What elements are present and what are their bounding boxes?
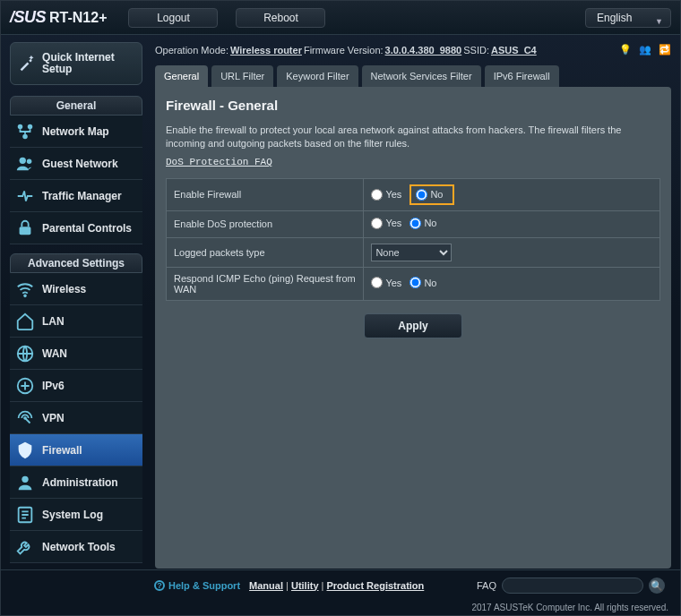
svg-point-10	[22, 475, 28, 482]
manual-link[interactable]: Manual	[249, 580, 283, 591]
copyright: 2017 ASUSTeK Computer Inc. All rights re…	[471, 603, 668, 612]
bulb-icon[interactable]: 💡	[619, 44, 632, 56]
icmp-no[interactable]: No	[409, 277, 436, 288]
utility-link[interactable]: Utility	[291, 580, 319, 591]
search-button[interactable]: 🔍	[649, 578, 665, 594]
lock-icon	[15, 218, 35, 238]
sidebar-item-label: VPN	[42, 412, 65, 424]
product-registration-link[interactable]: Product Registration	[327, 580, 425, 591]
wifi-icon	[15, 279, 35, 299]
row-label: Logged packets type	[167, 237, 364, 267]
qis-label: Quick Internet Setup	[42, 52, 134, 75]
enable-firewall-no[interactable]: No	[416, 189, 443, 201]
ipv6-icon	[15, 376, 35, 396]
ssid-link[interactable]: ASUS_C4	[491, 45, 537, 56]
enable-firewall-no-highlight: No	[409, 184, 454, 205]
sidebar-item-label: Network Map	[42, 125, 109, 138]
brand-logo: /SUS	[10, 8, 46, 27]
status-bar: Operation Mode: Wireless router Firmware…	[155, 42, 671, 65]
sidebar-item-label: Traffic Manager	[42, 190, 122, 202]
sidebar-item-label: Network Tools	[42, 541, 116, 553]
sidebar-item-label: LAN	[42, 315, 65, 328]
logged-packets-select[interactable]: None	[371, 244, 452, 261]
tools-icon	[15, 537, 35, 557]
row-icmp-echo: Respond ICMP Echo (ping) Request from WA…	[167, 267, 660, 300]
panel: Firewall - General Enable the firewall t…	[155, 87, 671, 569]
help-icon: ?	[154, 580, 165, 591]
apply-button[interactable]: Apply	[364, 313, 462, 338]
sidebar-item-label: Administration	[42, 476, 118, 489]
wand-icon	[18, 53, 37, 74]
sidebar-item-label: WAN	[42, 347, 67, 360]
reboot-button[interactable]: Reboot	[236, 8, 325, 28]
sidebar-item-wireless[interactable]: Wireless	[10, 273, 142, 305]
enable-dos-no[interactable]: No	[409, 218, 436, 229]
shield-icon	[15, 441, 35, 460]
ssid-label: SSID:	[463, 45, 489, 56]
traffic-icon	[15, 186, 35, 206]
tab-keyword-filter[interactable]: Keyword Filter	[277, 65, 358, 87]
users-icon[interactable]: 👥	[639, 44, 651, 56]
fw-link[interactable]: 3.0.0.4.380_9880	[385, 45, 462, 56]
row-label: Enable DoS protection	[167, 210, 364, 237]
sidebar-item-network-tools[interactable]: Network Tools	[10, 531, 142, 563]
sidebar-item-vpn[interactable]: VPN	[10, 402, 142, 434]
sidebar-item-wan[interactable]: WAN	[10, 338, 142, 370]
op-mode-link[interactable]: Wireless router	[230, 45, 302, 56]
sidebar-item-lan[interactable]: LAN	[10, 305, 142, 338]
content-area: Operation Mode: Wireless router Firmware…	[155, 42, 671, 569]
network-map-icon	[15, 122, 35, 141]
footer-links: Manual | Utility | Product Registration	[249, 580, 424, 591]
svg-point-2	[22, 133, 28, 139]
icmp-yes[interactable]: Yes	[371, 277, 401, 288]
sidebar-head-advanced: Advanced Settings	[10, 253, 142, 273]
enable-firewall-yes[interactable]: Yes	[371, 189, 401, 201]
sidebar-item-label: Firewall	[42, 444, 82, 457]
page-title: Firewall - General	[166, 98, 660, 113]
svg-point-1	[28, 124, 33, 129]
svg-rect-5	[20, 227, 31, 235]
svg-point-6	[24, 295, 26, 296]
row-logged-packets: Logged packets type None	[167, 237, 660, 267]
admin-icon	[15, 473, 35, 492]
page-desc: Enable the firewall to protect your loca…	[166, 124, 660, 151]
row-enable-firewall: Enable Firewall Yes No	[167, 178, 660, 210]
tab-row: General URL Filter Keyword Filter Networ…	[155, 65, 671, 87]
tab-network-services-filter[interactable]: Network Services Filter	[362, 65, 481, 87]
language-select[interactable]: English	[585, 8, 671, 28]
footer: ? Help & Support Manual | Utility | Prod…	[0, 569, 681, 595]
guest-icon	[15, 154, 35, 174]
row-label: Enable Firewall	[167, 178, 364, 210]
enable-dos-yes[interactable]: Yes	[371, 218, 401, 229]
tab-url-filter[interactable]: URL Filter	[211, 65, 273, 87]
faq-search-input[interactable]	[502, 578, 643, 594]
sidebar-item-label: Wireless	[42, 283, 86, 295]
sidebar-item-parental-controls[interactable]: Parental Controls	[10, 212, 142, 244]
row-label: Respond ICMP Echo (ping) Request from WA…	[167, 267, 364, 300]
op-mode-label: Operation Mode:	[155, 45, 228, 56]
home-icon	[15, 312, 35, 331]
row-enable-dos: Enable DoS protection Yes No	[167, 210, 660, 237]
logout-button[interactable]: Logout	[128, 8, 218, 28]
log-icon	[15, 505, 35, 525]
sidebar-item-firewall[interactable]: Firewall	[10, 434, 142, 466]
sidebar-item-label: IPv6	[42, 380, 65, 392]
help-support-link[interactable]: ? Help & Support	[154, 580, 240, 591]
sidebar-item-ipv6[interactable]: IPv6	[10, 370, 142, 402]
dos-faq-link[interactable]: DoS Protection FAQ	[166, 157, 272, 167]
vpn-icon	[15, 408, 35, 428]
sidebar-item-traffic-manager[interactable]: Traffic Manager	[10, 180, 142, 212]
sidebar-item-guest-network[interactable]: Guest Network	[10, 148, 142, 180]
tab-ipv6-firewall[interactable]: IPv6 Firewall	[485, 65, 559, 87]
sidebar-item-system-log[interactable]: System Log	[10, 499, 142, 531]
sidebar-item-network-map[interactable]: Network Map	[10, 116, 142, 148]
refresh-icon[interactable]: 🔁	[659, 44, 671, 56]
fw-label: Firmware Version:	[304, 45, 384, 56]
globe-icon	[15, 344, 35, 364]
svg-point-0	[18, 124, 23, 129]
sidebar-head-general: General	[10, 96, 142, 116]
quick-internet-setup-button[interactable]: Quick Internet Setup	[10, 42, 142, 85]
faq-label: FAQ	[477, 580, 496, 591]
tab-general[interactable]: General	[155, 65, 208, 87]
sidebar-item-administration[interactable]: Administration	[10, 466, 142, 499]
